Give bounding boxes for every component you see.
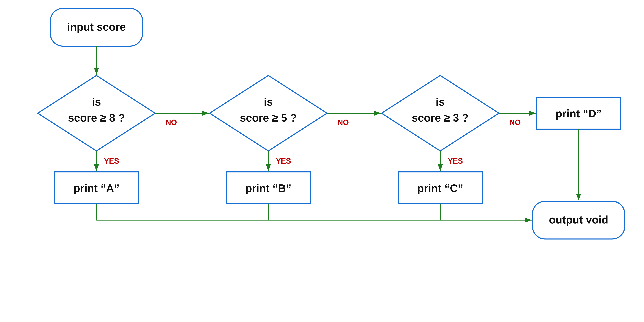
label-yes-1: YES — [104, 157, 119, 165]
node-input-label: input score — [67, 21, 126, 33]
node-decision-2: is score ≥ 5 ? — [210, 76, 327, 151]
node-decision-2-line1: is — [264, 96, 273, 108]
node-input: input score — [50, 8, 142, 46]
label-no-2: NO — [338, 118, 349, 126]
node-print-c: print “C” — [398, 172, 482, 204]
label-no-1: NO — [166, 118, 177, 126]
node-decision-3-line2: score ≥ 3 ? — [412, 112, 469, 124]
node-print-b: print “B” — [226, 172, 310, 204]
label-no-3: NO — [510, 118, 521, 126]
node-decision-1-line2: score ≥ 8 ? — [68, 112, 125, 124]
label-yes-3: YES — [448, 157, 463, 165]
node-decision-3: is score ≥ 3 ? — [382, 76, 499, 151]
node-decision-1: is score ≥ 8 ? — [38, 76, 155, 151]
label-yes-2: YES — [276, 157, 291, 165]
node-print-d: print “D” — [537, 97, 620, 129]
flowchart-canvas: input score is score ≥ 8 ? is score ≥ 5 … — [0, 0, 644, 252]
node-output: output void — [532, 201, 625, 239]
node-print-d-label: print “D” — [556, 108, 602, 120]
node-output-label: output void — [549, 214, 608, 226]
node-decision-3-line1: is — [436, 96, 445, 108]
node-print-c-label: print “C” — [417, 182, 463, 194]
node-print-a: print “A” — [54, 172, 138, 204]
node-print-b-label: print “B” — [245, 182, 291, 194]
node-decision-2-line2: score ≥ 5 ? — [240, 112, 297, 124]
node-decision-1-line1: is — [92, 96, 101, 108]
node-print-a-label: print “A” — [74, 182, 120, 194]
